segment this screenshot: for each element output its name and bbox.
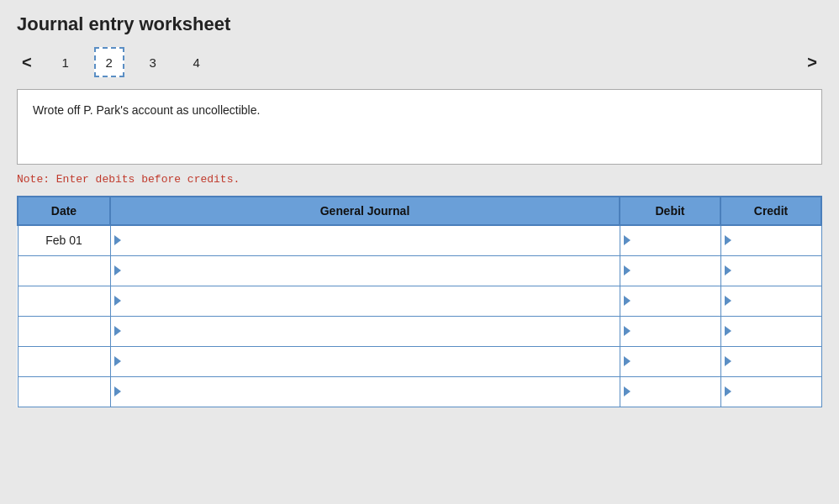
note-text: Note: Enter debits before credits. — [17, 173, 822, 186]
credit-arrow-4 — [725, 326, 731, 336]
tab-4[interactable]: 4 — [182, 47, 212, 77]
debit-arrow-5 — [624, 356, 631, 366]
cell-journal-5[interactable] — [110, 346, 620, 376]
cell-date-4 — [18, 316, 110, 346]
table-row: Feb 01 — [18, 225, 821, 255]
table-row — [18, 255, 821, 286]
row-arrow-4 — [114, 326, 121, 336]
description-box: Wrote off P. Park's account as uncollect… — [17, 89, 822, 165]
table-row — [18, 376, 821, 407]
col-header-debit: Debit — [620, 197, 720, 225]
debit-arrow-6 — [624, 386, 631, 396]
cell-journal-4[interactable] — [110, 316, 620, 346]
cell-debit-2[interactable] — [620, 255, 720, 286]
col-header-date: Date — [18, 197, 110, 225]
cell-debit-5[interactable] — [620, 346, 720, 376]
journal-table: Date General Journal Debit Credit Feb 01 — [17, 196, 822, 407]
col-header-journal: General Journal — [110, 197, 620, 225]
table-row — [18, 316, 821, 346]
tab-2[interactable]: 2 — [94, 47, 124, 77]
cell-journal-1[interactable] — [110, 225, 620, 255]
row-arrow-3 — [114, 296, 121, 306]
cell-journal-2[interactable] — [110, 255, 620, 286]
credit-arrow-5 — [725, 356, 731, 366]
row-arrow-1 — [114, 235, 121, 245]
cell-journal-3[interactable] — [110, 286, 620, 316]
cell-date-3 — [18, 286, 110, 316]
cell-journal-6[interactable] — [110, 376, 620, 407]
prev-arrow[interactable]: < — [17, 51, 37, 74]
next-arrow[interactable]: > — [802, 51, 822, 74]
credit-arrow-3 — [725, 296, 731, 306]
row-arrow-5 — [114, 356, 121, 366]
cell-debit-3[interactable] — [620, 286, 720, 316]
tab-3[interactable]: 3 — [138, 47, 168, 77]
debit-arrow-4 — [624, 326, 631, 336]
credit-arrow-1 — [725, 235, 731, 245]
row-arrow-6 — [114, 386, 121, 396]
cell-debit-1[interactable] — [620, 225, 720, 255]
cell-credit-4[interactable] — [720, 316, 821, 346]
cell-debit-4[interactable] — [620, 316, 720, 346]
cell-date-1: Feb 01 — [18, 225, 110, 255]
debit-arrow-1 — [624, 235, 631, 245]
navigation-row: < 1 2 3 4 > — [17, 47, 822, 77]
col-header-credit: Credit — [720, 197, 821, 225]
cell-credit-5[interactable] — [720, 346, 821, 376]
debit-arrow-3 — [624, 296, 631, 306]
cell-credit-2[interactable] — [720, 255, 821, 286]
row-arrow-2 — [114, 265, 121, 276]
debit-arrow-2 — [624, 265, 631, 276]
cell-credit-3[interactable] — [720, 286, 821, 316]
cell-credit-1[interactable] — [720, 225, 821, 255]
table-row — [18, 346, 821, 376]
page-title: Journal entry worksheet — [17, 13, 822, 35]
table-row — [18, 286, 821, 316]
cell-date-2 — [18, 255, 110, 286]
tab-1[interactable]: 1 — [50, 47, 81, 77]
credit-arrow-2 — [725, 265, 731, 276]
cell-date-6 — [18, 376, 110, 407]
cell-debit-6[interactable] — [620, 376, 720, 407]
credit-arrow-6 — [725, 386, 731, 396]
cell-credit-6[interactable] — [720, 376, 821, 407]
cell-date-5 — [18, 346, 110, 376]
description-text: Wrote off P. Park's account as uncollect… — [33, 103, 260, 117]
